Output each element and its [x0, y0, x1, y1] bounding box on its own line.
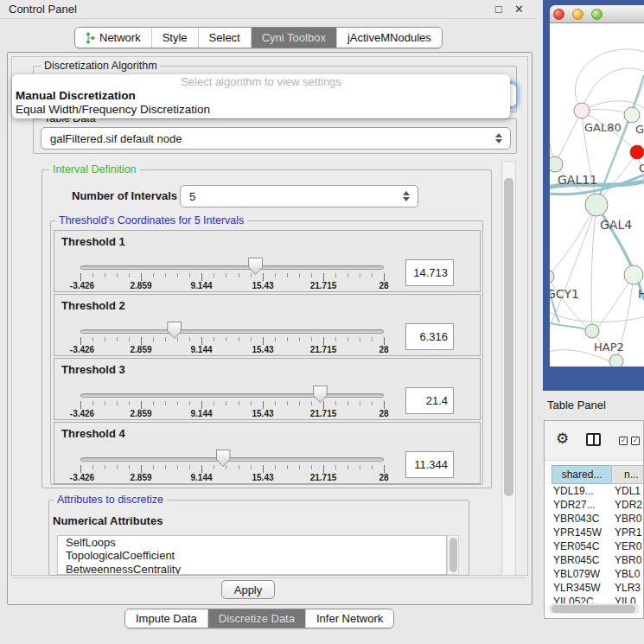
tab-select[interactable]: Select: [198, 28, 251, 48]
node-ga[interactable]: [624, 107, 640, 123]
number-of-intervals-label: Number of Intervals: [72, 189, 177, 202]
node-label-h: H: [638, 287, 644, 301]
node-label-gal80: GAL80: [584, 121, 622, 134]
table-panel: ⚙ ✓ ✓ shared... n... YDL19...YDL1 YDR27.…: [544, 420, 644, 619]
tick-label: 2.859: [130, 281, 151, 290]
tick-label: -3.426: [70, 281, 94, 290]
node-label-gcy1: GCY1: [550, 287, 579, 301]
column-header-name[interactable]: n...: [611, 465, 644, 484]
threshold-4-value-field[interactable]: 11.344: [405, 451, 454, 478]
tick-label: 15.43: [252, 409, 273, 418]
table-rows: YDL19...YDL1 YDR27...YDR2 YBR043CYBR0 YP…: [545, 485, 644, 603]
tick-label: 9.144: [190, 345, 212, 354]
node-gal80[interactable]: [574, 103, 590, 118]
node-selected-red[interactable]: [630, 145, 644, 159]
tick-label: 2.859: [130, 345, 151, 354]
tab-impute-data[interactable]: Impute Data: [125, 609, 207, 628]
tick-label: 2.859: [130, 409, 151, 418]
tab-network[interactable]: Network: [75, 28, 151, 48]
tick-label: 21.715: [310, 409, 337, 418]
threshold-2-slider[interactable]: [80, 329, 384, 334]
threshold-1-slider[interactable]: [80, 265, 384, 270]
threshold-4-label: Threshold 4: [61, 427, 125, 440]
algorithm-placeholder-item[interactable]: Select algorithm to view settings: [12, 75, 510, 89]
table-row[interactable]: YBR045CYBR0: [545, 554, 644, 568]
tab-cyni-toolbox[interactable]: Cyni Toolbox: [251, 28, 336, 48]
checkbox-icon[interactable]: ✓: [619, 437, 628, 445]
table-row[interactable]: YBR043CYBR0: [545, 513, 644, 526]
tab-infer-network[interactable]: Infer Network: [305, 609, 393, 628]
table-row[interactable]: YLR345WYLR3: [545, 582, 644, 596]
table-data-select[interactable]: galFiltered.sif default node: [41, 127, 511, 150]
gear-icon[interactable]: ⚙: [556, 430, 569, 448]
apply-button[interactable]: Apply: [221, 580, 275, 599]
close-panel-icon[interactable]: ✕: [514, 3, 524, 16]
threshold-2-slider-thumb[interactable]: [167, 322, 182, 339]
threshold-4-slider-thumb[interactable]: [216, 450, 231, 467]
minimize-traffic-light-icon[interactable]: [572, 9, 583, 20]
threshold-3-value-field[interactable]: 21.4: [405, 387, 454, 414]
interval-definition-title: Interval Definition: [49, 163, 140, 175]
threshold-4-slider[interactable]: [80, 457, 384, 462]
node-h[interactable]: [624, 265, 643, 284]
table-row[interactable]: YIL052CYIL0: [545, 596, 644, 603]
node-label-hap2: HAP2: [594, 341, 624, 354]
thresholds-group-title: Threshold's Coordinates for 5 Intervals: [55, 214, 247, 226]
close-traffic-light-icon[interactable]: [553, 9, 564, 20]
network-view[interactable]: GAL80 GA C GAL11 GAL4 GCY1 H HAP2: [550, 23, 644, 367]
control-panel-title: Control Panel: [9, 3, 77, 16]
table-horizontal-scrollbar[interactable]: [549, 603, 640, 614]
node-partial-bottom[interactable]: [609, 354, 623, 367]
tab-jactivemnodules[interactable]: jActiveMNodules: [336, 28, 442, 48]
network-nodes[interactable]: [550, 103, 644, 367]
threshold-4-row: Threshold 4 -3.426 2.859 9.144 15.43 21.…: [54, 422, 481, 484]
table-data-group: Table Data galFiltered.sif default node: [33, 118, 517, 154]
attributes-group: Attributes to discretize Numerical Attri…: [48, 500, 469, 576]
numerical-attributes-list[interactable]: SelfLoops TopologicalCoefficient Between…: [57, 535, 447, 575]
column-header-shared-name[interactable]: shared...: [552, 465, 612, 484]
threshold-2-value-field[interactable]: 6.316: [405, 323, 454, 350]
tab-discretize-data[interactable]: Discretize Data: [207, 609, 305, 628]
table-row[interactable]: YBL079WYBL0: [545, 568, 644, 582]
tick-label: -3.426: [70, 409, 94, 418]
threshold-1-value-field[interactable]: 14.713: [405, 259, 454, 286]
tab-style[interactable]: Style: [151, 28, 198, 48]
table-row[interactable]: YER054CYER0: [545, 540, 644, 554]
list-item[interactable]: TopologicalCoefficient: [58, 549, 446, 562]
tick-label: 28: [379, 473, 388, 482]
table-row[interactable]: YDL19...YDL1: [545, 485, 644, 499]
tick-label: 21.715: [310, 473, 337, 482]
threshold-3-label: Threshold 3: [61, 363, 125, 376]
algorithm-item-manual[interactable]: Manual Discretization: [12, 89, 510, 103]
node-hap2[interactable]: [585, 324, 599, 338]
threshold-3-slider-thumb[interactable]: [313, 386, 328, 403]
node-gcy1[interactable]: [550, 270, 554, 284]
table-row[interactable]: YPR145WYPR1: [545, 526, 644, 540]
table-row[interactable]: YDR27...YDR2: [545, 499, 644, 513]
threshold-1-label: Threshold 1: [61, 235, 125, 248]
threshold-3-slider[interactable]: [80, 393, 384, 398]
node-gal11[interactable]: [550, 156, 563, 172]
list-item[interactable]: SelfLoops: [58, 536, 446, 549]
list-item[interactable]: BetweennessCentrality: [58, 563, 446, 575]
float-panel-icon[interactable]: □: [495, 3, 502, 16]
split-view-icon[interactable]: [586, 433, 601, 446]
node-gal4[interactable]: [585, 194, 608, 216]
tick-label: -3.426: [70, 473, 94, 482]
zoom-traffic-light-icon[interactable]: [591, 9, 603, 20]
checkbox-icon[interactable]: ✓: [631, 437, 640, 445]
algorithm-item-equal-width[interactable]: Equal Width/Frequency Discretization: [12, 103, 510, 117]
network-node-labels: GAL80 GA C GAL11 GAL4 GCY1 H HAP2: [550, 121, 644, 354]
top-tab-bar: Network Style Select Cyni Toolbox jActiv…: [74, 27, 443, 48]
tick-label: 9.144: [190, 281, 212, 290]
tick-label: 28: [379, 345, 388, 354]
threshold-1-slider-thumb[interactable]: [248, 258, 263, 275]
attributes-list-scrollbar[interactable]: [447, 535, 459, 575]
number-of-intervals-select[interactable]: 5: [180, 185, 418, 207]
bottom-tab-bar: Impute Data Discretize Data Infer Networ…: [124, 609, 394, 628]
apply-divider: [12, 577, 527, 578]
tick-label: 15.43: [252, 345, 273, 354]
tick-label: 21.715: [310, 345, 337, 354]
discretization-algorithm-group-title: Discretization Algorithm: [41, 60, 161, 72]
settings-scrollbar[interactable]: [501, 161, 516, 576]
